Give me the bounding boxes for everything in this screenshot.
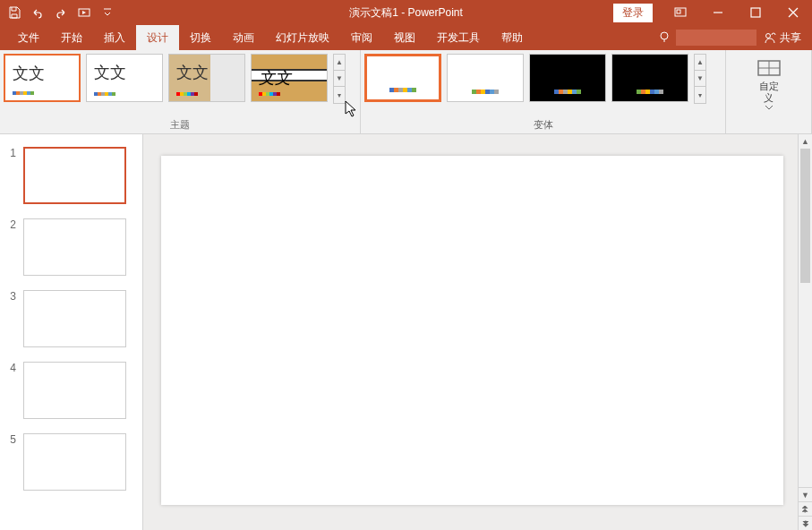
scroll-down-button[interactable]: ▼ <box>799 487 812 501</box>
theme-thumb-1[interactable]: 文文 <box>4 54 81 102</box>
scroll-up-button[interactable]: ▲ <box>799 134 812 149</box>
tab-help[interactable]: 帮助 <box>491 25 534 50</box>
variants-scroll-up-button[interactable]: ▲ <box>695 55 705 71</box>
share-button[interactable]: 共享 <box>764 30 801 46</box>
themes-gallery-spinner: ▲ ▼ ▾ <box>333 54 346 104</box>
tab-file[interactable]: 文件 <box>7 25 50 50</box>
variant-thumb-1[interactable] <box>364 54 441 102</box>
maximize-button[interactable] <box>737 0 774 25</box>
previous-slide-button[interactable]: ⯭ <box>799 501 812 516</box>
scroll-thumb[interactable] <box>800 149 810 283</box>
variant-thumb-4[interactable] <box>611 54 688 102</box>
svg-rect-4 <box>751 8 760 17</box>
tab-home[interactable]: 开始 <box>50 25 93 50</box>
theme-thumb-3[interactable]: 文文 <box>168 54 245 102</box>
next-slide-button[interactable]: ⯯ <box>799 516 812 530</box>
variant-thumb-2[interactable] <box>447 54 524 102</box>
tell-me-search[interactable] <box>658 30 756 46</box>
dropdown-icon <box>765 106 773 110</box>
customize-label: 自定 义 <box>759 81 779 104</box>
ribbon-display-options-button[interactable] <box>662 0 699 25</box>
themes-group: 文文 文文 文文 文文 ▲ ▼ ▾ 主题 <box>0 50 361 133</box>
tab-animations[interactable]: 动画 <box>222 25 265 50</box>
slide-thumb-row: 3 <box>0 286 142 358</box>
minimize-button[interactable] <box>699 0 737 25</box>
close-button[interactable] <box>774 0 812 25</box>
slide-thumb-row: 2 <box>0 215 142 286</box>
themes-group-label: 主题 <box>0 118 360 132</box>
slide-size-icon <box>756 57 782 79</box>
title-bar: 演示文稿1 - PowerPoint 登录 <box>0 0 812 25</box>
theme-thumb-2[interactable]: 文文 <box>86 54 163 102</box>
slide-thumb-3[interactable] <box>23 290 126 347</box>
login-button[interactable]: 登录 <box>613 4 653 22</box>
lightbulb-icon <box>658 31 671 44</box>
share-icon <box>764 31 776 44</box>
slide-editing-pane <box>143 134 798 530</box>
tab-developer[interactable]: 开发工具 <box>426 25 491 50</box>
theme-thumb-4[interactable]: 文文 <box>251 54 328 102</box>
main-area: 1 2 3 4 5 ▲ ▼ ⯭ ⯯ <box>0 134 812 530</box>
slide-thumb-row: 4 <box>0 358 142 430</box>
slide-thumb-1[interactable] <box>23 147 126 204</box>
gallery-expand-button[interactable]: ▾ <box>334 87 345 103</box>
tab-slideshow[interactable]: 幻灯片放映 <box>265 25 340 50</box>
document-title: 演示文稿1 - PowerPoint <box>349 5 463 21</box>
slide-number: 4 <box>7 362 16 374</box>
tab-design[interactable]: 设计 <box>136 25 179 50</box>
variants-scroll-down-button[interactable]: ▼ <box>695 71 705 87</box>
ribbon: 文文 文文 文文 文文 ▲ ▼ ▾ 主题 <box>0 50 812 134</box>
tab-view[interactable]: 视图 <box>383 25 426 50</box>
customize-group: 自定 义 <box>726 50 812 133</box>
customize-button[interactable]: 自定 义 <box>751 56 787 112</box>
undo-button[interactable] <box>27 2 48 23</box>
redo-button[interactable] <box>50 2 72 23</box>
slide-canvas[interactable] <box>161 156 783 505</box>
slide-thumb-row: 5 <box>0 430 142 501</box>
start-from-beginning-button[interactable] <box>73 2 95 23</box>
svg-point-9 <box>766 34 771 38</box>
svg-rect-2 <box>677 10 680 13</box>
tab-review[interactable]: 审阅 <box>340 25 383 50</box>
variants-gallery-spinner: ▲ ▼ ▾ <box>694 54 706 104</box>
slide-thumb-5[interactable] <box>23 433 126 491</box>
svg-point-7 <box>661 32 668 39</box>
variants-gallery: ▲ ▼ ▾ <box>364 54 722 104</box>
ribbon-tabs: 文件 开始 插入 设计 切换 动画 幻灯片放映 审阅 视图 开发工具 帮助 共享 <box>0 25 812 50</box>
slide-thumb-row: 1 <box>0 143 142 215</box>
variants-group-label: 变体 <box>361 118 725 132</box>
tell-me-input[interactable] <box>676 30 756 46</box>
variants-group: ▲ ▼ ▾ 变体 <box>361 50 726 133</box>
gallery-scroll-up-button[interactable]: ▲ <box>334 55 345 71</box>
slide-number: 1 <box>7 147 16 159</box>
variants-expand-button[interactable]: ▾ <box>695 87 705 103</box>
save-button[interactable] <box>4 2 25 23</box>
slide-thumb-4[interactable] <box>23 362 126 419</box>
slide-number: 3 <box>7 290 16 303</box>
variant-thumb-3[interactable] <box>529 54 606 102</box>
tab-transitions[interactable]: 切换 <box>179 25 222 50</box>
gallery-scroll-down-button[interactable]: ▼ <box>334 71 345 87</box>
themes-gallery: 文文 文文 文文 文文 ▲ ▼ ▾ <box>4 54 356 104</box>
qat-dropdown-icon[interactable] <box>97 2 118 23</box>
share-label: 共享 <box>780 30 801 46</box>
quick-access-toolbar <box>0 2 118 23</box>
tab-insert[interactable]: 插入 <box>93 25 136 50</box>
slide-thumb-2[interactable] <box>23 218 126 276</box>
vertical-scrollbar[interactable]: ▲ ▼ ⯭ ⯯ <box>798 134 812 530</box>
slide-number: 5 <box>7 433 16 446</box>
title-bar-right: 登录 <box>613 0 812 25</box>
slide-number: 2 <box>7 218 16 231</box>
slide-thumbnail-pane[interactable]: 1 2 3 4 5 <box>0 134 143 530</box>
